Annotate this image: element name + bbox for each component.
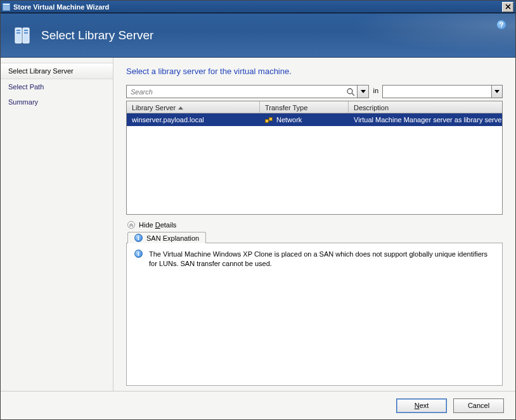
- column-label: Transfer Type: [265, 104, 307, 111]
- info-icon: i: [134, 234, 143, 242]
- search-mode-dropdown[interactable]: [358, 85, 369, 98]
- network-icon: [265, 117, 273, 122]
- svg-rect-7: [16, 32, 20, 34]
- step-select-library-server[interactable]: Select Library Server: [1, 63, 113, 79]
- info-icon: i: [134, 250, 143, 258]
- instruction-text: Select a library server for the virtual …: [126, 67, 503, 76]
- column-label: Description: [354, 104, 389, 111]
- sort-asc-icon: [178, 106, 183, 110]
- cell-description: Virtual Machine Manager server as librar…: [349, 116, 502, 124]
- step-summary[interactable]: Summary: [1, 94, 113, 110]
- tab-san-explanation[interactable]: i SAN Explanation: [127, 232, 206, 243]
- san-explanation-message: The Virtual Machine Windows XP Clone is …: [149, 250, 494, 379]
- chevron-down-icon: [491, 86, 502, 98]
- search-scope-value: [383, 86, 491, 98]
- svg-rect-8: [24, 32, 28, 34]
- library-server-grid: Library Server Transfer Type Description…: [126, 101, 503, 215]
- svg-point-9: [347, 89, 352, 94]
- grid-header: Library Server Transfer Type Description: [127, 101, 502, 113]
- next-button[interactable]: Next: [396, 398, 447, 413]
- titlebar: Store Virtual Machine Wizard: [1, 1, 515, 13]
- close-button[interactable]: [502, 2, 513, 12]
- san-explanation-panel: i The Virtual Machine Windows XP Clone i…: [126, 243, 503, 386]
- chevron-down-icon: [361, 90, 366, 93]
- main-panel: Select a library server for the virtual …: [113, 58, 515, 391]
- hide-details-label: Hide Details: [139, 221, 176, 229]
- table-row[interactable]: winserver.payload.local Network Virtual …: [127, 113, 502, 126]
- footer: Next Cancel: [1, 391, 515, 419]
- search-box: [126, 85, 358, 98]
- cell-transfer: Network: [260, 116, 349, 124]
- column-description[interactable]: Description: [349, 101, 502, 113]
- column-label: Library Server: [132, 104, 176, 111]
- svg-rect-1: [3, 4, 10, 5]
- help-icon[interactable]: ?: [496, 20, 506, 30]
- svg-line-10: [352, 93, 354, 96]
- search-row: in: [126, 85, 503, 98]
- column-transfer-type[interactable]: Transfer Type: [260, 101, 349, 113]
- library-server-icon: [13, 25, 34, 46]
- in-label: in: [369, 85, 382, 98]
- cell-server: winserver.payload.local: [127, 116, 260, 124]
- tab-label: SAN Explanation: [146, 234, 199, 242]
- hide-details-toggle[interactable]: Hide Details: [127, 221, 503, 229]
- svg-rect-6: [24, 30, 28, 31]
- steps-sidebar: Select Library Server Select Path Summar…: [1, 58, 113, 391]
- column-library-server[interactable]: Library Server: [127, 101, 260, 113]
- search-scope-dropdown[interactable]: [382, 85, 503, 98]
- search-icon[interactable]: [344, 87, 357, 96]
- svg-rect-5: [16, 30, 20, 31]
- svg-rect-2: [3, 6, 10, 10]
- cancel-button[interactable]: Cancel: [453, 398, 504, 413]
- chevron-up-icon: [127, 221, 135, 229]
- app-icon: [2, 3, 11, 11]
- page-title: Select Library Server: [41, 29, 153, 42]
- step-select-path[interactable]: Select Path: [1, 79, 113, 94]
- tab-strip: i SAN Explanation: [127, 231, 503, 243]
- wizard-body: Select Library Server Select Path Summar…: [1, 58, 515, 391]
- banner: Select Library Server ?: [1, 13, 515, 58]
- grid-body: winserver.payload.local Network Virtual …: [127, 113, 502, 214]
- search-input[interactable]: [127, 87, 344, 96]
- window-title: Store Virtual Machine Wizard: [13, 3, 502, 11]
